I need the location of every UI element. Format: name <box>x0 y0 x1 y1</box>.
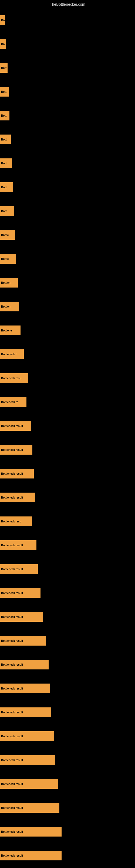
bottleneck-bar: Bott <box>0 63 8 73</box>
bottleneck-bar: Bottleneck result <box>0 612 43 622</box>
bottleneck-bar: Bottleneck result <box>0 421 31 431</box>
bar-label: Bottle <box>1 257 9 260</box>
bar-row: Bottl <box>0 127 135 151</box>
bar-row: Bottleneck result <box>0 677 135 701</box>
bar-row: Bottleneck result <box>0 438 135 462</box>
bar-label: Bottleneck result <box>1 448 23 452</box>
bar-label: Bottleneck result <box>1 639 23 642</box>
bar-row: Bottleneck result <box>0 796 135 820</box>
bottleneck-bar: Bottleneck result <box>0 564 38 574</box>
bottleneck-bar: Bottleneck result <box>0 684 50 693</box>
bar-row: Bottleneck result <box>0 772 135 796</box>
bar-label: Bottleneck result <box>1 425 23 428</box>
bottleneck-bar: Bottl <box>0 158 12 168</box>
bottleneck-bar: Bottle <box>0 230 15 240</box>
bar-row: Bo <box>0 8 135 32</box>
bar-label: Bottleneck result <box>1 782 23 785</box>
bottleneck-bar: Bottleneck result <box>0 731 54 741</box>
bar-label: Bottleneck result <box>1 663 23 666</box>
bar-label: Bottleneck result <box>1 711 23 714</box>
bar-label: Bottlen <box>1 305 10 308</box>
bar-label: Bottleneck resu <box>1 520 21 523</box>
bar-label: Bottleneck result <box>1 616 23 618</box>
bar-label: Bottleneck result <box>1 854 23 857</box>
bar-row: Bottleneck result <box>0 486 135 509</box>
bottleneck-bar: Bott <box>0 87 9 97</box>
bar-row: Bottl <box>0 151 135 175</box>
bar-label: Bottleneck result <box>1 568 23 571</box>
bottleneck-bar: Bottlen <box>0 302 19 311</box>
bar-label: Bottleneck result <box>1 592 23 595</box>
bottleneck-bar: Bo <box>0 15 5 25</box>
bar-row: Bottleneck resu <box>0 366 135 390</box>
bottleneck-bar: Bottleneck result <box>0 445 32 455</box>
bottleneck-bar: Bottleneck resu <box>0 517 32 526</box>
bar-row: Bottleneck r <box>0 342 135 366</box>
bar-label: Bottleneck result <box>1 830 23 833</box>
bar-label: Bottleneck resu <box>1 377 21 380</box>
bottleneck-bar: Bottl <box>0 206 14 216</box>
bar-row: Bott <box>0 56 135 80</box>
bar-row: Bottle <box>0 247 135 271</box>
bar-row: Bottleneck resu <box>0 509 135 533</box>
bar-label: Bottleneck result <box>1 806 23 809</box>
bar-label: Bottl <box>1 186 7 189</box>
bar-row: Bottleneck result <box>0 653 135 677</box>
bar-row: Bottleneck result <box>0 629 135 653</box>
bottleneck-bar: Bottleneck result <box>0 707 51 717</box>
site-title: TheBottlenecker.com <box>0 0 135 8</box>
bottleneck-bar: Bottleneck result <box>0 636 46 646</box>
bar-label: Bottlene <box>1 329 12 332</box>
bar-row: Bo <box>0 32 135 56</box>
bottleneck-bar: Bott <box>0 111 9 120</box>
bar-row: Bottleneck result <box>0 844 135 867</box>
bar-label: Bott <box>1 66 6 69</box>
bar-row: Bottleneck result <box>0 605 135 629</box>
bar-label: Bottleneck r <box>1 353 17 356</box>
bar-label: Bo <box>1 19 5 22</box>
bottleneck-bar: Bottleneck result <box>0 660 49 670</box>
bar-row: Bott <box>0 80 135 104</box>
bar-row: Bottlen <box>0 271 135 294</box>
bottleneck-bar: Bottl <box>0 182 13 192</box>
bar-label: Bottleneck result <box>1 472 23 475</box>
bottleneck-bar: Bottleneck result <box>0 755 55 765</box>
bar-row: Bottlen <box>0 294 135 318</box>
bar-label: Bottleneck result <box>1 735 23 738</box>
bar-label: Bo <box>1 42 5 45</box>
bar-row: Bottleneck result <box>0 820 135 844</box>
bar-row: Bottleneck result <box>0 724 135 748</box>
bar-row: Bottleneck result <box>0 462 135 486</box>
bar-row: Bottleneck result <box>0 748 135 772</box>
bar-label: Bottleneck result <box>1 496 23 499</box>
bottleneck-bar: Bottleneck result <box>0 850 61 860</box>
bar-label: Bottl <box>1 162 7 165</box>
bar-row: Bottl <box>0 199 135 223</box>
bottleneck-bar: Bottleneck result <box>0 540 37 550</box>
bar-label: Bottlen <box>1 281 10 284</box>
bottleneck-bar: Bottleneck result <box>0 779 58 789</box>
bottleneck-bar: Bottleneck result <box>0 827 61 837</box>
bar-row: Bottleneck result <box>0 414 135 438</box>
bar-row: Bott <box>0 104 135 127</box>
bar-row: Bottleneck result <box>0 533 135 557</box>
bottleneck-bar: Bottleneck re <box>0 397 27 407</box>
bottleneck-bar: Bottlen <box>0 278 18 287</box>
bottleneck-bar: Bottleneck resu <box>0 373 28 383</box>
bar-label: Bottl <box>1 210 7 213</box>
bottleneck-bar: Bottleneck result <box>0 469 34 478</box>
bottleneck-bar: Bottleneck r <box>0 349 24 359</box>
bar-row: Bottleneck re <box>0 390 135 414</box>
bar-label: Bottleneck re <box>1 401 18 404</box>
bar-row: Bottleneck result <box>0 557 135 581</box>
bottleneck-bar: Bottlene <box>0 326 20 335</box>
bottleneck-bar: Bottleneck result <box>0 588 41 598</box>
bar-row: Bottle <box>0 223 135 247</box>
bottleneck-bar: Bottleneck result <box>0 803 59 813</box>
bar-row: Bottleneck result <box>0 581 135 605</box>
bottleneck-bar: Bottl <box>0 134 11 144</box>
bottleneck-bar: Bottle <box>0 254 16 264</box>
bar-row: Bottlene <box>0 318 135 342</box>
bar-label: Bottle <box>1 234 9 237</box>
bar-row: Bottl <box>0 175 135 199</box>
